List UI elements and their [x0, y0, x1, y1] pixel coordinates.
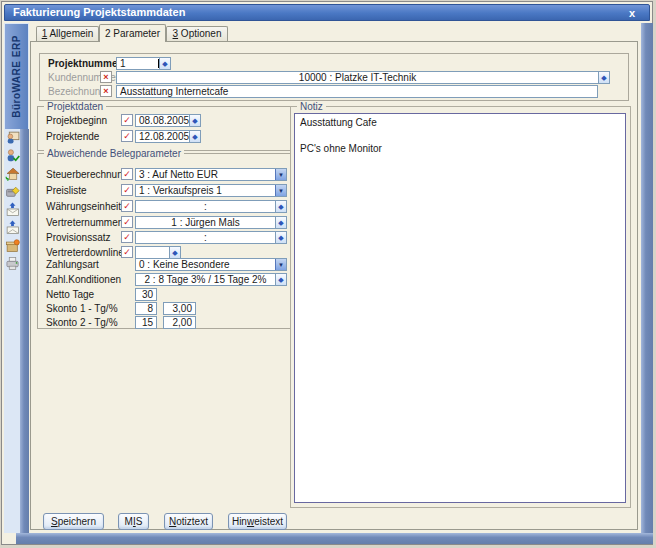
tab-label: 2 Parameter — [105, 28, 160, 39]
nettotage-value: 30 — [136, 289, 156, 300]
spinner-icon[interactable]: ◆ — [159, 58, 170, 69]
projektende-label: Projektende — [46, 131, 99, 142]
bezeichnung-label: Bezeichnung — [48, 86, 106, 97]
spinner-icon[interactable]: ◆ — [169, 247, 180, 258]
skonto1-label: Skonto 1 - Tg/% — [46, 303, 118, 314]
projektbeginn-field[interactable]: 08.08.2005 /Mo ◆ — [135, 114, 201, 127]
notiz-textarea[interactable]: Ausstattung Cafe PC's ohne Monitor — [294, 113, 626, 503]
notiztext-button[interactable]: Notiztext — [164, 513, 213, 530]
waehrungseinheit-value: : — [136, 201, 275, 212]
bezeichnung-value: Ausstattung Internetcafe — [117, 86, 597, 97]
spinner-icon[interactable]: ◆ — [275, 232, 286, 243]
vertreternummer-value: 1 : Jürgen Mals — [136, 217, 275, 228]
waehrungseinheit-field[interactable]: : ◆ — [135, 200, 287, 213]
skonto2-label: Skonto 2 - Tg/% — [46, 317, 118, 328]
home-icon[interactable] — [5, 166, 20, 181]
preisliste-label: Preisliste — [46, 185, 87, 196]
contact-check-icon[interactable] — [5, 148, 20, 163]
nettotage-field[interactable]: 30 — [135, 288, 157, 301]
projektbeginn-label: Projektbeginn — [46, 115, 107, 126]
date-check-icon-button[interactable]: ✓ — [121, 130, 133, 142]
projektende-field[interactable]: 12.08.2005 /Fr ◆ — [135, 130, 201, 143]
skonto2-prozent-value: 2,00 — [164, 317, 195, 328]
check-icon-button[interactable]: ✓ — [121, 200, 133, 212]
tab-allgemein[interactable]: 1 Allgemein — [36, 26, 99, 41]
spinner-icon[interactable]: ◆ — [189, 115, 200, 126]
vertreterdownline-label: Vertreterdownline — [46, 247, 124, 258]
tab-parameter[interactable]: 2 Parameter — [99, 24, 166, 42]
mail-send-icon[interactable] — [5, 202, 20, 217]
package-diamond-icon[interactable] — [5, 184, 20, 199]
skonto2-prozent-field[interactable]: 2,00 — [163, 316, 196, 329]
steuerberechnung-select[interactable]: 3 : Auf Netto EUR ▼ — [135, 168, 287, 181]
projektbeginn-value: 08.08.2005 /Mo — [136, 115, 189, 126]
check-icon-button[interactable]: ✓ — [121, 246, 133, 258]
date-check-icon-button[interactable]: ✓ — [121, 114, 133, 126]
projektnummer-label: Projektnummer — [48, 58, 121, 69]
spinner-icon[interactable]: ◆ — [598, 72, 609, 83]
chevron-down-icon[interactable]: ▼ — [275, 259, 286, 270]
zahlkonditionen-label: Zahl.Konditionen — [46, 274, 121, 285]
belegparameter-title: Abweichende Belegparameter — [44, 148, 184, 159]
provisionssatz-value: : — [136, 232, 275, 243]
chevron-down-icon[interactable]: ▼ — [275, 185, 286, 196]
skonto2-tage-value: 15 — [136, 317, 156, 328]
window-right-border — [641, 23, 653, 544]
kundennummer-field[interactable]: 10000 : Platzke IT-Technik ◆ — [116, 71, 610, 84]
check-icon-button[interactable]: ✓ — [121, 184, 133, 196]
zahlungsart-label: Zahlungsart — [46, 259, 99, 270]
kundennummer-value: 10000 : Platzke IT-Technik — [117, 72, 598, 83]
skonto1-tage-value: 8 — [136, 303, 156, 314]
skonto1-prozent-value: 3,00 — [164, 303, 195, 314]
nettotage-label: Netto Tage — [46, 289, 94, 300]
projektdaten-title: Projektdaten — [44, 101, 106, 112]
toolbar-icons — [4, 130, 20, 274]
tab-panel-parameter: Projektnummer 1 ◆ Kundennummer × 10000 :… — [30, 41, 638, 530]
zahlungsart-value: 0 : Keine Besondere — [136, 259, 275, 270]
brand-label: BüroWARE ERP — [5, 24, 28, 129]
tab-optionen[interactable]: 3 Optionen — [166, 26, 228, 41]
archive-box-icon[interactable] — [5, 238, 20, 253]
spinner-icon[interactable]: ◆ — [275, 201, 286, 212]
preisliste-select[interactable]: 1 : Verkaufspreis 1 ▼ — [135, 184, 287, 197]
speichern-button[interactable]: Speichern — [43, 513, 104, 530]
clear-icon-button[interactable]: × — [100, 71, 112, 83]
zahlungsart-select[interactable]: 0 : Keine Besondere ▼ — [135, 258, 287, 271]
skonto2-tage-field[interactable]: 15 — [135, 316, 157, 329]
clear-icon-button[interactable]: × — [100, 85, 112, 97]
spinner-icon[interactable]: ◆ — [275, 274, 286, 285]
printer-icon[interactable] — [5, 256, 20, 271]
belegparameter-group: Abweichende Belegparameter Steuerberechn… — [37, 153, 291, 329]
mail-send-icon-2[interactable] — [5, 220, 20, 235]
notiz-group: Notiz Ausstattung Cafe PC's ohne Monitor — [290, 106, 631, 508]
bezeichnung-field[interactable]: Ausstattung Internetcafe — [116, 85, 598, 98]
window-bottom-border — [16, 533, 653, 544]
dialog-window: Fakturierung Projektstammdaten x BüroWAR… — [1, 1, 653, 545]
titlebar: Fakturierung Projektstammdaten x — [4, 4, 650, 21]
window-title: Fakturierung Projektstammdaten — [13, 6, 185, 18]
mis-button[interactable]: MIS — [118, 513, 149, 530]
zahlkonditionen-field[interactable]: 2 : 8 Tage 3% / 15 Tage 2% ◆ — [135, 273, 287, 286]
vertreternummer-label: Vertreternummer — [46, 217, 121, 228]
spinner-icon[interactable]: ◆ — [275, 217, 286, 228]
close-icon[interactable]: x — [625, 6, 639, 21]
chevron-down-icon[interactable]: ▼ — [275, 169, 286, 180]
check-icon-button[interactable]: ✓ — [121, 231, 133, 243]
provisionssatz-field[interactable]: : ◆ — [135, 231, 287, 244]
preisliste-value: 1 : Verkaufspreis 1 — [136, 185, 275, 196]
check-icon-button[interactable]: ✓ — [121, 168, 133, 180]
zahlkonditionen-value: 2 : 8 Tage 3% / 15 Tage 2% — [136, 274, 275, 285]
skonto1-prozent-field[interactable]: 3,00 — [163, 302, 196, 315]
steuerberechnung-value: 3 : Auf Netto EUR — [136, 169, 275, 180]
notiz-title: Notiz — [297, 101, 326, 112]
brand-strip: BüroWARE ERP — [5, 24, 28, 129]
spinner-icon[interactable]: ◆ — [189, 131, 200, 142]
contact-card-icon[interactable] — [5, 130, 20, 145]
skonto1-tage-field[interactable]: 8 — [135, 302, 157, 315]
projektdaten-group: Projektdaten Projektbeginn ✓ 08.08.2005 … — [37, 106, 291, 151]
projektnummer-field[interactable]: 1 ◆ — [116, 57, 171, 70]
vertreternummer-field[interactable]: 1 : Jürgen Mals ◆ — [135, 216, 287, 229]
vertreterdownline-value — [136, 247, 169, 258]
check-icon-button[interactable]: ✓ — [121, 216, 133, 228]
hinweistext-button[interactable]: Hinweistext — [228, 513, 287, 530]
